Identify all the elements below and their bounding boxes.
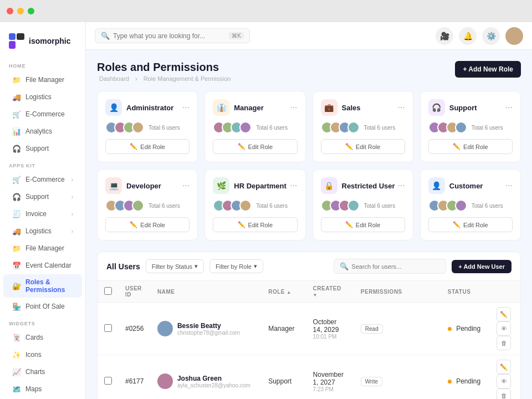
sidebar-item-support[interactable]: 🎧 Support — [3, 140, 82, 157]
sidebar-item-cards[interactable]: 🃏 Cards — [3, 329, 82, 346]
apps-support-icon: 🎧 — [12, 192, 21, 201]
role-avatar — [132, 200, 144, 212]
edit-role-button[interactable]: ✏️ Edit Role — [213, 217, 297, 232]
filter-status-button[interactable]: Filter by Status ▾ — [146, 259, 204, 273]
chevron-down-icon: ▾ — [254, 263, 257, 270]
search-icon: 🔍 — [340, 262, 349, 270]
role-menu-button[interactable]: ··· — [397, 181, 405, 191]
sidebar-item-charts[interactable]: 📈 Charts — [3, 364, 82, 380]
sidebar-item-ecommerce[interactable]: 🛒 E-Commerce — [3, 106, 82, 122]
row-checkbox[interactable] — [104, 377, 112, 385]
breadcrumb-home[interactable]: Dashboard — [99, 75, 129, 82]
users-search-input[interactable] — [351, 263, 440, 270]
cell-created: October 14, 2029 10:01 PM — [306, 303, 354, 355]
maximize-button[interactable] — [28, 8, 34, 14]
role-card-title: 💻 Developer — [105, 177, 161, 194]
role-card-sales: 💼 Sales ··· Total 6 users ✏️ Edit Role — [313, 91, 413, 162]
col-header-created[interactable]: CREATED ▼ — [306, 281, 354, 303]
role-card-title: 🔒 Restricted User — [321, 177, 395, 194]
users-section-title: All Users — [106, 262, 140, 271]
user-avatar[interactable] — [505, 27, 523, 45]
edit-role-button[interactable]: ✏️ Edit Role — [321, 139, 405, 154]
edit-role-button[interactable]: ✏️ Edit Role — [428, 217, 513, 232]
search-box[interactable]: 🔍 ⌘K — [95, 28, 250, 43]
select-all-checkbox[interactable] — [104, 287, 112, 295]
search-shortcut: ⌘K — [229, 32, 244, 39]
edit-icon: ✏️ — [238, 143, 245, 150]
close-button[interactable] — [7, 8, 13, 14]
bell-icon[interactable]: 🔔 — [459, 27, 477, 45]
role-menu-button[interactable]: ··· — [182, 181, 190, 191]
sidebar-item-apps-support[interactable]: 🎧 Support › — [3, 188, 82, 205]
col-header-status: STATUS — [441, 281, 490, 303]
manager-role-icon: 👔 — [213, 99, 229, 116]
created-time: 10:01 PM — [313, 334, 347, 340]
status-text: Pending — [456, 325, 480, 332]
role-menu-button[interactable]: ··· — [505, 181, 513, 191]
role-card-header: 👤 Administrator ··· — [105, 99, 190, 116]
file-manager2-icon: 📁 — [12, 244, 21, 253]
role-name: Sales — [342, 104, 361, 112]
sort-icon: ▼ — [313, 293, 318, 298]
col-header-name: NAME — [151, 281, 262, 303]
sidebar-item-label: Support — [25, 193, 49, 201]
edit-action-icon[interactable]: ✏️ — [497, 307, 511, 321]
cell-role: Manager — [262, 303, 306, 355]
edit-role-button[interactable]: ✏️ Edit Role — [428, 139, 513, 154]
sales-role-icon: 💼 — [321, 99, 337, 116]
view-action-icon[interactable]: 👁 — [497, 374, 511, 388]
minimize-button[interactable] — [17, 8, 24, 14]
topbar: 🔍 ⌘K 🎥 🔔 ⚙️ — [86, 22, 532, 50]
created-date: October 14, 2029 — [313, 318, 347, 334]
delete-action-icon[interactable]: 🗑 — [497, 388, 511, 399]
filter-role-button[interactable]: Filter by Role ▾ — [209, 259, 263, 273]
role-menu-button[interactable]: ··· — [290, 103, 297, 112]
logo: isomorphic — [0, 28, 85, 58]
role-user-count: Total 6 users — [472, 203, 503, 209]
role-avatars: Total 6 users — [213, 200, 297, 212]
edit-action-icon[interactable]: ✏️ — [497, 360, 511, 374]
role-menu-button[interactable]: ··· — [505, 103, 513, 112]
edit-icon: ✏️ — [130, 143, 137, 150]
sidebar-item-analytics[interactable]: 📊 Analytics — [3, 123, 82, 140]
sidebar-item-label: Icons — [25, 351, 42, 359]
view-action-icon[interactable]: 👁 — [497, 321, 511, 336]
role-menu-button[interactable]: ··· — [182, 103, 190, 112]
sidebar-item-file-manager2[interactable]: 📁 File Manager — [3, 240, 82, 257]
edit-role-button[interactable]: ✏️ Edit Role — [213, 139, 297, 154]
row-checkbox[interactable] — [104, 324, 112, 332]
customer-role-icon: 👤 — [428, 177, 445, 194]
delete-action-icon[interactable]: 🗑 — [497, 336, 511, 350]
window-chrome — [0, 0, 532, 22]
users-search-box[interactable]: 🔍 — [334, 259, 446, 274]
edit-icon: ✏️ — [345, 143, 353, 150]
video-icon[interactable]: 🎥 — [436, 27, 453, 45]
edit-icon: ✏️ — [130, 221, 137, 228]
sidebar-item-logistics2[interactable]: 🚚 Logistics › — [3, 223, 82, 239]
sidebar-item-point-of-sale[interactable]: 🏪 Point Of Sale — [3, 298, 82, 315]
edit-role-button[interactable]: ✏️ Edit Role — [105, 217, 190, 232]
sidebar-item-logistics[interactable]: 🚚 Logistics — [3, 89, 82, 105]
role-menu-button[interactable]: ··· — [290, 181, 297, 191]
role-menu-button[interactable]: ··· — [397, 103, 405, 112]
sidebar-item-maps[interactable]: 🗺️ Maps — [3, 381, 82, 397]
add-new-role-button[interactable]: + Add New Role — [455, 61, 521, 78]
cards-icon: 🃏 — [12, 333, 21, 342]
settings-icon[interactable]: ⚙️ — [482, 27, 500, 45]
sidebar-item-icons[interactable]: ✨ Icons — [3, 346, 82, 363]
sidebar-item-event-calendar[interactable]: 📅 Event Calendar — [3, 257, 82, 274]
sidebar-item-file-manager[interactable]: 📁 File Manager — [3, 71, 82, 88]
role-card-title: 💼 Sales — [321, 99, 361, 116]
edit-role-button[interactable]: ✏️ Edit Role — [105, 139, 190, 154]
admin-role-icon: 👤 — [105, 99, 122, 116]
sidebar-item-invoice[interactable]: 🧾 Invoice › — [3, 206, 82, 222]
sidebar-item-label: Maps — [25, 385, 42, 393]
pos-icon: 🏪 — [12, 302, 21, 311]
edit-role-button[interactable]: ✏️ Edit Role — [321, 217, 405, 232]
sidebar-item-roles-permissions[interactable]: 🔐 Roles & Permissions — [3, 274, 82, 298]
add-new-user-button[interactable]: + Add New User — [452, 260, 511, 273]
col-header-role[interactable]: ROLE ▲ — [262, 281, 306, 303]
search-input[interactable] — [113, 32, 226, 40]
sidebar-item-apps-ecommerce[interactable]: 🛒 E-Commerce › — [3, 171, 82, 188]
chevron-down-icon: ▾ — [195, 263, 198, 270]
